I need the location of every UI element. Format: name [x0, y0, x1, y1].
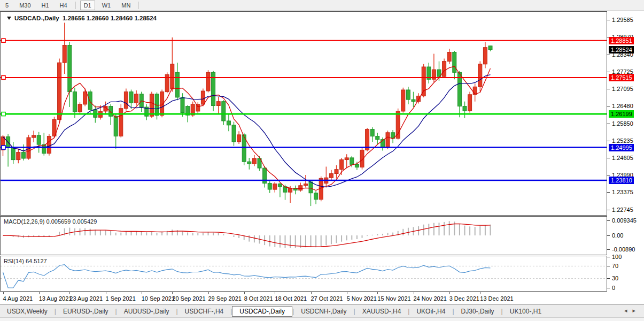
timeframe-m30-button[interactable]: M30 [15, 1, 34, 10]
date-tick-label: 13 Dec 2021 [480, 295, 513, 302]
date-tick-mark [39, 292, 40, 294]
candle-body [422, 67, 425, 96]
chart-tab-bar: USDX,Weekly|EURUSD-,Daily|AUDUSD-,Daily|… [0, 304, 644, 317]
chart-title: USDCAD-,Daily 1.28656 1.28660 1.28460 1.… [7, 15, 157, 21]
timeframe-mn-button[interactable]: MN [118, 1, 134, 10]
axis-tick-mark [607, 20, 610, 20]
date-tick-mark [172, 292, 173, 294]
price-chart-panel[interactable]: USDCAD-,Daily 1.28656 1.28660 1.28460 1.… [0, 11, 607, 216]
tab-ukoil-h4[interactable]: UKOil-,H4 [409, 306, 452, 317]
chevron-down-icon [7, 17, 11, 20]
timeframe-d1-button[interactable]: D1 [80, 1, 95, 10]
candle-body [273, 184, 277, 189]
tab-usdx-weekly[interactable]: USDX,Weekly [0, 306, 55, 317]
date-tick-mark [414, 292, 414, 294]
price-axis[interactable]: 1.295851.289701.283401.277251.270951.264… [608, 11, 644, 303]
axis-tick-mark [607, 220, 610, 221]
candle-body [335, 170, 338, 174]
tab-usdcad-daily[interactable]: USDCAD-,Daily [232, 306, 292, 317]
candle-body [488, 46, 492, 50]
level-line-handle[interactable] [2, 112, 5, 116]
candle-body [350, 158, 354, 164]
tab-scroll-arrows-icon[interactable]: ◂▸ [624, 307, 641, 314]
candle-body [227, 121, 230, 125]
candle-body [309, 182, 313, 193]
candle-body [237, 135, 241, 142]
tab-dj30-daily[interactable]: DJ30-,Daily [454, 306, 501, 317]
candle-body [206, 72, 210, 91]
date-tick-label: 15 Nov 2021 [377, 295, 410, 302]
candle-body [58, 63, 61, 119]
macd-panel[interactable]: MACD(12,26,9) 0.005659 0.005429 [0, 216, 607, 255]
candle-body [68, 45, 72, 92]
axis-tick-mark [607, 158, 610, 158]
axis-tick-mark [607, 288, 610, 288]
candle-body [355, 164, 359, 167]
candle-body [453, 52, 456, 73]
level-line-handle[interactable] [2, 39, 5, 42]
candle-body [478, 64, 482, 87]
date-tick-mark [449, 292, 450, 294]
candle-body [263, 168, 267, 184]
axis-tick-mark [607, 89, 610, 89]
axis-tick-label: 1.23375 [612, 189, 633, 195]
date-axis[interactable]: 4 Aug 202113 Aug 202123 Aug 20211 Sep 20… [1, 292, 608, 304]
date-tick-label: 5 Nov 2021 [347, 295, 377, 302]
level-price-badge: 1.27515 [609, 74, 634, 81]
level-line-handle[interactable] [2, 146, 5, 149]
candle-body [376, 136, 379, 140]
rsi-panel[interactable]: RSI(14) 64.5127 [0, 256, 607, 292]
candle-body [37, 135, 41, 144]
candle-body [412, 100, 415, 102]
timeframe-h1-button[interactable]: H1 [38, 1, 53, 10]
candle-body [304, 184, 307, 186]
candle-body [47, 136, 51, 154]
timeframe-h4-button[interactable]: H4 [56, 1, 71, 10]
candle-body [443, 62, 446, 77]
candle-body [463, 106, 467, 111]
candle-body [216, 102, 220, 106]
axis-tick-label: 1.25850 [612, 120, 633, 127]
date-tick-label: 13 Aug 2021 [39, 295, 72, 302]
candle-body [114, 116, 118, 136]
level-line-handle[interactable] [2, 75, 5, 79]
tab-usdcnh-daily[interactable]: USDCNH-,Daily [294, 306, 353, 317]
candle-body [468, 95, 472, 111]
tab-uk100-h1[interactable]: UK100-,H1 [503, 306, 548, 317]
candlestick-chart [1, 12, 607, 215]
candle-body [17, 152, 20, 160]
terminal-window: 5M30H1H4D1W1MN USDCAD-,Daily 1.28656 1.2… [0, 0, 644, 321]
axis-tick-mark [607, 192, 610, 193]
current-price-badge: 1.28524 [609, 46, 634, 54]
candle-body [129, 92, 133, 103]
rsi-label: RSI(14) 64.5127 [4, 258, 47, 264]
axis-tick-mark [607, 278, 610, 279]
tab-eurusd-daily[interactable]: EURUSD-,Daily [56, 306, 115, 317]
axis-tick-label: -0.00890 [612, 246, 635, 253]
candle-body [124, 92, 128, 109]
tab-audusd-daily[interactable]: AUDUSD-,Daily [117, 306, 176, 317]
level-price-badge: 1.28851 [609, 37, 634, 44]
timeframe-5-button[interactable]: 5 [2, 1, 12, 10]
candle-body [370, 129, 374, 136]
tab-usdchf-h4[interactable]: USDCHF-,H4 [178, 306, 231, 317]
timeframe-toolbar: 5M30H1H4D1W1MN [0, 0, 644, 11]
candle-body [345, 158, 348, 160]
axis-tick-mark [607, 257, 610, 257]
candle-body [135, 94, 138, 103]
candle-body [88, 92, 92, 110]
axis-tick-mark [607, 55, 610, 55]
candle-body [63, 45, 66, 63]
bottom-strip [0, 317, 644, 321]
axis-tick-label: 1.29585 [612, 17, 633, 23]
tab-xauusd-h4[interactable]: XAUUSD-,H4 [355, 306, 408, 317]
toolbar-separator [138, 2, 139, 9]
date-tick-label: 8 Oct 2021 [244, 295, 273, 302]
axis-tick-mark [607, 124, 610, 124]
date-tick-label: 10 Sep 2021 [142, 295, 175, 302]
candle-body [340, 160, 344, 170]
date-tick-label: 1 Sep 2021 [106, 295, 136, 302]
candle-body [447, 52, 451, 62]
chart-ohlc-values: 1.28656 1.28660 1.28460 1.28524 [63, 15, 157, 21]
timeframe-w1-button[interactable]: W1 [98, 1, 115, 10]
